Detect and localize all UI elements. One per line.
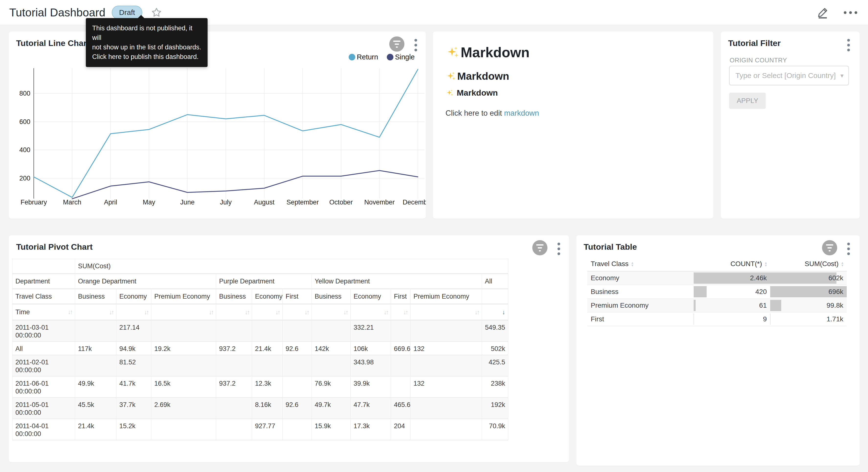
x-axis-tick: July: [220, 199, 232, 206]
x-axis-tick: October: [329, 199, 353, 206]
publish-tooltip[interactable]: This dashboard is not published, it will…: [86, 18, 208, 67]
apply-button[interactable]: APPLY: [729, 93, 766, 109]
pivot-column-header: Business: [312, 289, 351, 304]
table-card: Tutorial Table Travel Class▴▾COUNT(*)▴▾S…: [576, 235, 860, 466]
y-axis-tick: 400: [19, 146, 30, 154]
pivot-sort-cell: ↓↑: [410, 304, 482, 320]
pivot-row-label: 2011-05-01 00:00:00: [12, 397, 75, 419]
filter-indicator-icon[interactable]: [822, 240, 837, 255]
cell-value: 99.8k: [827, 301, 847, 309]
pivot-cell: 94.9k: [116, 342, 151, 355]
sort-icon[interactable]: ↓↑: [68, 308, 72, 316]
filter-indicator-icon[interactable]: [389, 36, 404, 52]
pivot-cell: [151, 320, 216, 342]
pivot-cell: 669.6: [391, 342, 410, 355]
pivot-group-header: Orange Department: [75, 274, 216, 289]
pivot-cell: [283, 355, 312, 376]
pivot-cell: 45.5k: [75, 397, 116, 419]
table-row[interactable]: Economy2.46k602k: [587, 271, 847, 285]
cell-value: 420: [755, 288, 770, 296]
pivot-sort-cell: ↓↑: [216, 304, 252, 320]
x-axis-tick: August: [254, 199, 275, 206]
filter-indicator-icon[interactable]: [532, 240, 548, 255]
y-axis-tick: 800: [19, 90, 30, 97]
legend-item[interactable]: Single: [387, 53, 415, 61]
sort-icon[interactable]: ↓↑: [343, 308, 347, 316]
sort-icon[interactable]: ↓↑: [275, 308, 279, 316]
legend-dot-icon: [387, 54, 394, 60]
pivot-table: SUM(Cost)DepartmentOrange DepartmentPurp…: [12, 259, 508, 440]
cell-value: First: [587, 315, 604, 323]
series-line-single[interactable]: [72, 171, 418, 199]
pivot-cell: 204: [391, 419, 410, 440]
table-cell: Premium Economy: [587, 299, 694, 312]
markdown-edit-link[interactable]: markdown: [504, 109, 539, 117]
pivot-cell: 8.16k: [252, 397, 283, 419]
x-axis-tick: September: [286, 199, 319, 206]
cell-value: 602k: [828, 274, 847, 282]
pivot-cell: 76.9k: [312, 376, 351, 397]
table-cell: 9: [694, 312, 770, 326]
pivot-cell: [252, 355, 283, 376]
sparkles-icon: [445, 45, 460, 59]
kebab-menu-icon[interactable]: [556, 241, 562, 257]
pivot-cell: 132: [410, 342, 482, 355]
pivot-sort-cell: ↓↑: [312, 304, 351, 320]
pivot-row-total: 549.35: [482, 320, 508, 342]
origin-country-select[interactable]: Type or Select [Origin Country] ▾: [729, 66, 849, 85]
table-row[interactable]: Business420696k: [587, 285, 847, 299]
legend-item[interactable]: Return: [349, 53, 378, 61]
pivot-column-header: Premium Economy: [151, 289, 216, 304]
sort-icon[interactable]: ↓↑: [245, 308, 249, 316]
table-column-header[interactable]: COUNT(*)▴▾: [694, 257, 770, 271]
sort-icon[interactable]: ↓↑: [304, 308, 309, 316]
x-axis-tick: May: [143, 199, 156, 206]
pivot-cell: 15.2k: [116, 419, 151, 440]
pivot-cell: [312, 320, 351, 342]
pivot-cell: 117k: [75, 342, 116, 355]
tooltip-line: not show up in the list of dashboards.: [92, 42, 201, 52]
sort-icon[interactable]: ↓↑: [403, 308, 407, 316]
markdown-h2: Markdown: [445, 70, 509, 82]
table-cell: 696k: [770, 285, 847, 299]
pivot-column-header: Economy: [116, 289, 151, 304]
kebab-menu-icon[interactable]: [846, 241, 851, 257]
pivot-cell: [283, 320, 312, 342]
table-cell: 420: [694, 285, 770, 299]
kebab-menu-icon[interactable]: [846, 37, 851, 53]
kebab-menu-icon[interactable]: [413, 37, 418, 53]
pivot-sort-cell: ↓↑: [351, 304, 391, 320]
sort-icon[interactable]: ↓↑: [109, 308, 113, 316]
pivot-cell: [151, 355, 216, 376]
table-column-header[interactable]: Travel Class▴▾: [587, 257, 694, 271]
pivot-measure-header: SUM(Cost): [75, 259, 508, 274]
pivot-cell: [391, 376, 410, 397]
sort-icon[interactable]: ↓↑: [474, 308, 479, 316]
sort-icon[interactable]: ↓: [502, 308, 505, 316]
pivot-cell: 343.98: [351, 355, 391, 376]
table-cell: 99.8k: [770, 299, 847, 312]
pivot-row: All117k94.9k19.2k937.221.4k92.6142k106k6…: [12, 342, 508, 355]
pivot-cell: [216, 397, 252, 419]
pivot-row-label: 2011-04-01 00:00:00: [12, 419, 75, 440]
sort-icon[interactable]: ↓↑: [209, 308, 213, 316]
pivot-cell: 49.7k: [312, 397, 351, 419]
pivot-row-total: 70.9k: [482, 419, 508, 440]
table-row[interactable]: First91.71k: [587, 312, 847, 326]
sort-icon[interactable]: ↓↑: [384, 308, 388, 316]
edit-pencil-icon[interactable]: [817, 6, 829, 19]
pivot-cell: [252, 320, 283, 342]
more-actions-icon[interactable]: [842, 9, 859, 16]
table-cell: Business: [587, 285, 694, 299]
legend-label: Return: [357, 53, 378, 61]
pivot-cell: [283, 419, 312, 440]
table-cell: 61: [694, 299, 770, 312]
table-column-header[interactable]: SUM(Cost)▴▾: [770, 257, 847, 271]
y-axis-tick: 200: [19, 175, 30, 182]
pivot-row-label: All: [12, 342, 75, 355]
sort-icon[interactable]: ↓↑: [144, 308, 148, 316]
pivot-cell: 47.7k: [351, 397, 391, 419]
pivot-row-label: 2011-06-01 00:00:00: [12, 376, 75, 397]
star-icon[interactable]: [151, 7, 162, 18]
table-row[interactable]: Premium Economy6199.8k: [587, 299, 847, 312]
